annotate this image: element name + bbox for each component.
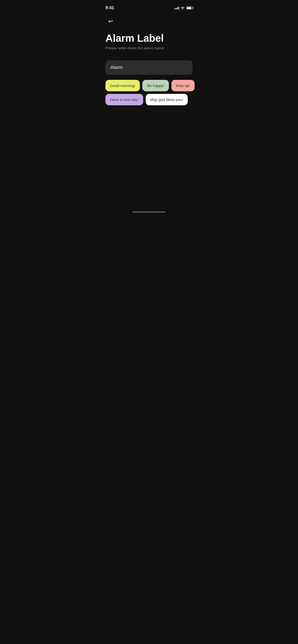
alarm-input-container[interactable] bbox=[105, 60, 193, 75]
chip-may-god-bless[interactable]: May god bless you! bbox=[146, 94, 188, 105]
back-arrow-icon: ↩ bbox=[108, 18, 113, 25]
battery-icon bbox=[186, 6, 193, 9]
chip-have-nice-day[interactable]: Have a nice day! bbox=[105, 94, 143, 105]
signal-icon bbox=[174, 6, 179, 9]
back-button[interactable]: ↩ bbox=[105, 16, 116, 26]
status-bar: 9:41 bbox=[99, 0, 199, 12]
chip-good-morning[interactable]: Good morning! bbox=[105, 80, 140, 91]
chip-rise-up[interactable]: Rise up! bbox=[171, 80, 195, 91]
chip-be-happy[interactable]: Be happy! bbox=[142, 80, 169, 91]
status-time: 9:41 bbox=[105, 5, 114, 10]
alarm-name-input[interactable] bbox=[111, 65, 187, 70]
page-title: Alarm Label bbox=[105, 33, 193, 44]
main-content: ↩ Alarm Label Please write down the alar… bbox=[99, 12, 199, 105]
page-subtitle: Please write down the alarm name. bbox=[105, 46, 193, 50]
status-icons bbox=[174, 6, 193, 9]
home-indicator bbox=[132, 211, 166, 213]
suggestions-row-2: Have a nice day! May god bless you! bbox=[105, 94, 193, 105]
wifi-icon bbox=[181, 6, 185, 9]
suggestions-row-1: Good morning! Be happy! Rise up! bbox=[105, 80, 193, 91]
